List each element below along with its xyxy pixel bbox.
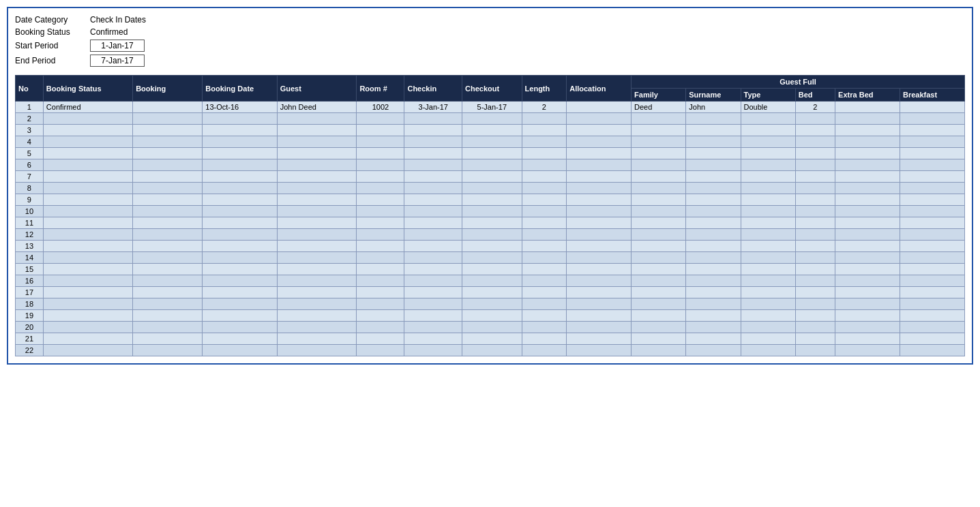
table-cell bbox=[357, 264, 404, 275]
table-cell bbox=[741, 310, 795, 322]
th-booking: Booking bbox=[133, 76, 203, 102]
table-cell: 18 bbox=[16, 298, 44, 310]
table-cell: 4 bbox=[16, 136, 44, 148]
table-cell: 13 bbox=[16, 241, 44, 252]
end-period-input[interactable] bbox=[90, 55, 145, 67]
table-cell bbox=[357, 159, 404, 171]
table-cell bbox=[462, 229, 522, 241]
table-cell bbox=[277, 217, 357, 229]
table-cell bbox=[900, 275, 964, 287]
table-cell bbox=[357, 252, 404, 264]
table-cell bbox=[357, 194, 404, 206]
table-cell bbox=[795, 125, 835, 136]
table-cell bbox=[357, 136, 404, 148]
table-cell bbox=[900, 322, 964, 333]
table-row: 13 bbox=[16, 241, 965, 252]
th-room: Room # bbox=[357, 76, 404, 102]
table-cell bbox=[900, 125, 964, 136]
table-cell bbox=[203, 298, 277, 310]
table-cell bbox=[462, 125, 522, 136]
table-cell bbox=[277, 264, 357, 275]
table-cell bbox=[404, 252, 462, 264]
table-cell bbox=[203, 159, 277, 171]
th-checkout: Checkout bbox=[462, 76, 522, 102]
table-cell bbox=[835, 241, 900, 252]
table-cell: 22 bbox=[16, 345, 44, 356]
table-cell bbox=[522, 333, 567, 345]
table-cell bbox=[357, 183, 404, 194]
table-cell: 10 bbox=[16, 206, 44, 217]
table-cell bbox=[900, 298, 964, 310]
table-cell bbox=[404, 125, 462, 136]
table-cell bbox=[835, 171, 900, 183]
start-period-row: Start Period bbox=[15, 40, 965, 52]
table-cell bbox=[900, 136, 964, 148]
table-cell bbox=[741, 252, 795, 264]
table-cell bbox=[133, 148, 203, 159]
table-cell bbox=[795, 113, 835, 125]
table-cell bbox=[277, 298, 357, 310]
table-cell bbox=[133, 345, 203, 356]
table-cell bbox=[277, 310, 357, 322]
table-cell bbox=[686, 264, 741, 275]
table-cell bbox=[900, 345, 964, 356]
date-category-label: Date Category bbox=[15, 15, 90, 25]
table-row: 8 bbox=[16, 183, 965, 194]
table-cell bbox=[567, 125, 632, 136]
table-cell bbox=[404, 322, 462, 333]
table-cell bbox=[203, 229, 277, 241]
table-cell bbox=[741, 345, 795, 356]
table-cell bbox=[462, 264, 522, 275]
table-cell bbox=[632, 345, 686, 356]
th-bed: Bed bbox=[795, 89, 835, 102]
start-period-input[interactable] bbox=[90, 40, 145, 52]
table-cell bbox=[462, 287, 522, 298]
table-row: 21 bbox=[16, 333, 965, 345]
table-cell bbox=[567, 136, 632, 148]
table-cell: 13-Oct-16 bbox=[203, 102, 277, 113]
table-cell bbox=[133, 322, 203, 333]
table-cell bbox=[741, 136, 795, 148]
table-cell bbox=[900, 183, 964, 194]
table-cell bbox=[462, 345, 522, 356]
table-cell bbox=[632, 275, 686, 287]
table-cell bbox=[404, 264, 462, 275]
table-cell bbox=[357, 287, 404, 298]
table-cell bbox=[522, 345, 567, 356]
date-category-value: Check In Dates bbox=[90, 15, 146, 25]
table-cell bbox=[632, 148, 686, 159]
table-cell bbox=[277, 183, 357, 194]
table-cell: John bbox=[686, 102, 741, 113]
table-cell bbox=[277, 241, 357, 252]
table-cell bbox=[795, 217, 835, 229]
table-cell: 2 bbox=[16, 113, 44, 125]
table-row: 16 bbox=[16, 275, 965, 287]
table-cell bbox=[686, 125, 741, 136]
table-cell bbox=[741, 148, 795, 159]
table-row: 4 bbox=[16, 136, 965, 148]
table-cell bbox=[835, 310, 900, 322]
table-row: 10 bbox=[16, 206, 965, 217]
table-cell bbox=[741, 217, 795, 229]
table-cell bbox=[43, 298, 132, 310]
table-cell bbox=[43, 252, 132, 264]
table-cell bbox=[741, 333, 795, 345]
table-cell bbox=[835, 159, 900, 171]
table-cell bbox=[741, 241, 795, 252]
table-cell bbox=[795, 322, 835, 333]
header-group-row: No Booking Status Booking Booking Date G… bbox=[16, 76, 965, 89]
table-cell bbox=[567, 113, 632, 125]
table-cell: 14 bbox=[16, 252, 44, 264]
table-cell bbox=[133, 206, 203, 217]
table-cell bbox=[795, 298, 835, 310]
table-cell bbox=[567, 194, 632, 206]
table-cell bbox=[404, 206, 462, 217]
table-cell bbox=[43, 148, 132, 159]
table-cell bbox=[404, 275, 462, 287]
table-cell bbox=[835, 298, 900, 310]
table-cell bbox=[835, 252, 900, 264]
table-cell bbox=[900, 102, 964, 113]
th-breakfast: Breakfast bbox=[900, 89, 964, 102]
table-cell bbox=[900, 264, 964, 275]
table-cell: 1002 bbox=[357, 102, 404, 113]
